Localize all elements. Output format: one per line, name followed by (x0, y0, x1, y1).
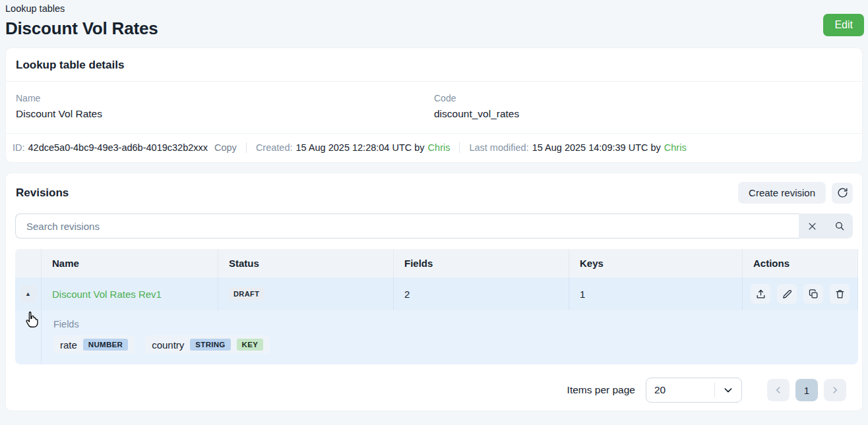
code-field: Code discount_vol_rates (434, 93, 852, 120)
id-value: 42dce5a0-4bc9-49e3-ad6b-4019c32b2xxx (28, 142, 208, 153)
modified-timestamp: 15 Aug 2025 14:09:39 UTC by (532, 142, 661, 153)
created-user[interactable]: Chris (428, 142, 450, 153)
search-controls (799, 213, 853, 239)
refresh-button[interactable] (832, 183, 853, 204)
column-header-name: Name (42, 249, 218, 277)
field-chip: rate NUMBER (53, 335, 135, 354)
expanded-row-content: Fields rate NUMBER country STRING KEY (42, 310, 858, 364)
field-key-badge: KEY (237, 339, 264, 351)
field-type-badge: STRING (190, 339, 230, 351)
revisions-card: Revisions Create revision (5, 173, 863, 411)
search-button[interactable] (826, 213, 853, 239)
page-size-select[interactable]: 20 (646, 378, 742, 403)
field-name: country (152, 339, 184, 351)
pencil-icon (782, 289, 793, 300)
status-badge: DRAFT (229, 287, 264, 300)
page-1-button[interactable]: 1 (795, 379, 818, 401)
upload-icon (755, 289, 766, 300)
page-size-value: 20 (654, 384, 709, 396)
field-chip: country STRING KEY (145, 335, 270, 354)
page-header: Lookup tables Discount Vol Rates Edit (0, 0, 868, 45)
details-card-title: Lookup table details (16, 59, 124, 71)
pagination: Items per page 20 1 (6, 364, 862, 403)
column-header-fields: Fields (394, 249, 569, 277)
column-header-actions: Actions (743, 249, 858, 277)
collapse-row-button[interactable]: ▲ (20, 285, 37, 302)
chevron-right-icon (830, 385, 840, 395)
revision-link[interactable]: Discount Vol Rates Rev1 (52, 289, 162, 300)
modified-label: Last modified: (469, 142, 528, 153)
copy-icon (808, 289, 819, 300)
revisions-title: Revisions (16, 186, 69, 200)
lookup-table-details-card: Lookup table details Name Discount Vol R… (5, 47, 863, 163)
divider (714, 383, 715, 397)
refresh-icon (837, 187, 848, 198)
field-name: rate (60, 339, 77, 351)
page-title: Discount Vol Rates (5, 18, 863, 39)
copy-id-button[interactable]: Copy (214, 142, 237, 153)
column-header-status: Status (218, 249, 394, 277)
expanded-fields-label: Fields (53, 319, 846, 329)
revision-actions-cell (743, 277, 858, 310)
id-label: ID: (13, 142, 25, 153)
code-label: Code (434, 93, 852, 103)
revision-keys-cell: 1 (569, 277, 743, 310)
next-page-button[interactable] (824, 379, 846, 401)
export-revision-button[interactable] (751, 284, 770, 304)
created-label: Created: (256, 142, 293, 153)
clear-search-button[interactable] (799, 213, 826, 239)
table-row-expander-cell: ▲ (15, 277, 42, 310)
previous-page-button[interactable] (767, 379, 790, 401)
expanded-row-gutter (15, 310, 42, 364)
divider (246, 142, 247, 153)
name-label: Name (16, 93, 434, 103)
create-revision-button[interactable]: Create revision (738, 182, 826, 204)
items-per-page-label: Items per page (567, 384, 635, 396)
field-type-badge: NUMBER (83, 339, 128, 351)
created-timestamp: 15 Aug 2025 12:28:04 UTC by (296, 142, 425, 153)
breadcrumb[interactable]: Lookup tables (5, 3, 863, 14)
close-icon (807, 221, 817, 231)
divider (459, 142, 460, 153)
column-header-keys: Keys (569, 249, 743, 277)
name-field: Name Discount Vol Rates (16, 93, 434, 120)
revisions-table: Name Status Fields Keys Actions ▲ Discou… (15, 249, 853, 364)
name-value: Discount Vol Rates (16, 108, 434, 120)
header-expander-column (15, 249, 42, 277)
chevron-left-icon (774, 385, 783, 395)
modified-user[interactable]: Chris (664, 142, 687, 153)
revision-status-cell: DRAFT (218, 277, 394, 310)
code-value: discount_vol_rates (434, 108, 852, 120)
edit-button[interactable]: Edit (823, 14, 864, 36)
revision-fields-cell: 2 (394, 277, 569, 310)
revision-name-cell: Discount Vol Rates Rev1 (42, 277, 218, 310)
edit-revision-button[interactable] (777, 284, 797, 304)
trash-icon (834, 289, 846, 300)
delete-revision-button[interactable] (830, 284, 850, 304)
duplicate-revision-button[interactable] (803, 284, 823, 304)
search-icon (834, 221, 845, 231)
search-input[interactable] (15, 213, 799, 239)
chevron-down-icon (723, 385, 733, 395)
